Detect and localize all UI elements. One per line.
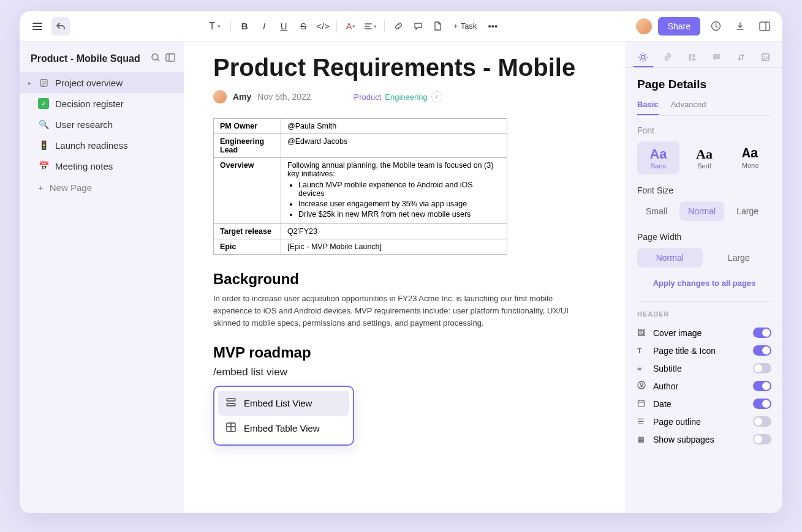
link-button[interactable] (390, 18, 407, 35)
document-body[interactable]: Product Requirements - Mobile Amy Nov 5t… (184, 42, 626, 513)
search-icon[interactable] (151, 53, 161, 65)
mvp-roadmap-heading: MVP roadmap (213, 344, 601, 361)
subtab-basic[interactable]: Basic (637, 100, 659, 115)
author-name: Amy (233, 92, 251, 102)
font-serif-option[interactable]: AaSerif (683, 141, 725, 174)
switch-cover-image[interactable] (753, 328, 771, 338)
svg-rect-3 (166, 54, 175, 61)
panel-tab-relations[interactable] (658, 48, 678, 67)
sidebar-item-label: Decision register (55, 99, 124, 109)
author-avatar (213, 90, 227, 103)
size-normal-option[interactable]: Normal (679, 201, 724, 221)
calendar-icon: 📅 (38, 160, 49, 171)
sidebar-item-launch-readiness[interactable]: 🚦 Launch readiness (20, 135, 184, 155)
undo-button[interactable] (51, 17, 70, 36)
panel-tab-image[interactable] (755, 48, 775, 67)
tag-product[interactable]: Product (354, 92, 382, 102)
text-style-dropdown[interactable]: T ▾ (204, 18, 225, 35)
text-icon: T (637, 346, 647, 355)
history-button[interactable] (706, 17, 725, 36)
info-table: PM Owner@Paula Smith Engineering Lead@Ed… (213, 118, 507, 255)
svg-rect-1 (760, 22, 770, 31)
font-size-label: Font Size (637, 185, 771, 195)
switch-show-subpages[interactable] (753, 434, 771, 444)
svg-rect-5 (227, 399, 235, 401)
traffic-light-icon: 🚦 (38, 140, 49, 151)
toggle-page-outline: ☰Page outline (637, 413, 771, 430)
toggle-show-subpages: ▦Show subpages (637, 430, 771, 448)
collapse-sidebar-icon[interactable] (165, 53, 175, 65)
italic-button[interactable]: I (255, 18, 273, 35)
subtab-advanced[interactable]: Advanced (671, 100, 706, 115)
tag-engineering[interactable]: Engineering (385, 92, 427, 102)
switch-author[interactable] (753, 381, 771, 391)
add-task-button[interactable]: +Task (448, 18, 482, 35)
more-button[interactable]: ••• (484, 18, 501, 35)
sidebar-item-meeting-notes[interactable]: 📅 Meeting notes (20, 155, 184, 176)
panel-tab-blocks[interactable] (683, 48, 702, 67)
switch-page-title[interactable] (753, 345, 771, 356)
subpages-icon: ▦ (637, 435, 647, 444)
toggle-page-title: TPage title & Icon (637, 342, 771, 359)
add-tag-button[interactable]: + (431, 91, 442, 102)
share-button[interactable]: Share (658, 17, 700, 36)
slash-command-menu: Embed List View Embed Table View (213, 386, 354, 446)
header-section-label: HEADER (637, 310, 771, 318)
text-color-button[interactable]: A▾ (342, 18, 359, 35)
font-mono-option[interactable]: AaMono (729, 141, 771, 174)
top-toolbar: T ▾ B I U S </> A▾ ▾ (20, 11, 782, 42)
sidebar-item-decision-register[interactable]: ✓ Decision register (20, 93, 184, 114)
page-icon (38, 77, 49, 88)
sidebar-item-user-research[interactable]: 🔍 User research (20, 114, 184, 135)
chevron-right-icon: ▸ (28, 80, 31, 86)
font-label: Font (637, 126, 771, 135)
background-text: In order to increase user acquisition op… (213, 293, 587, 329)
toggle-date: Date (637, 395, 771, 413)
toggle-author: Author (637, 377, 771, 395)
apply-all-link[interactable]: Apply changes to all pages (637, 279, 771, 288)
slash-command-text: /embed list view (213, 366, 601, 378)
person-icon (637, 381, 647, 391)
code-button[interactable]: </> (314, 18, 331, 35)
switch-subtitle[interactable] (753, 363, 771, 373)
bold-button[interactable]: B (236, 18, 253, 35)
font-sans-option[interactable]: AaSans (637, 141, 679, 174)
underline-button[interactable]: U (275, 18, 292, 35)
panel-toggle-button[interactable] (755, 17, 774, 36)
sidebar-item-project-overview[interactable]: ▸ Project overview (20, 72, 184, 93)
strikethrough-button[interactable]: S (295, 18, 312, 35)
subtitle-icon: ≡ (637, 364, 647, 373)
page-button[interactable] (429, 18, 446, 35)
download-button[interactable] (731, 17, 749, 36)
panel-tab-sort[interactable] (731, 48, 751, 67)
menu-button[interactable] (28, 17, 47, 36)
size-large-option[interactable]: Large (728, 201, 767, 221)
table-view-icon (225, 422, 236, 435)
panel-tab-settings[interactable] (634, 48, 653, 67)
user-avatar[interactable] (636, 18, 652, 34)
embed-table-view-option[interactable]: Embed Table View (218, 416, 349, 441)
svg-point-2 (152, 54, 158, 60)
panel-tab-comments[interactable] (706, 48, 726, 67)
right-panel: Page Details Basic Advanced Font AaSans … (626, 42, 782, 513)
svg-rect-6 (227, 403, 235, 406)
svg-point-8 (641, 55, 645, 59)
svg-rect-9 (689, 54, 691, 61)
width-large-option[interactable]: Large (706, 248, 772, 268)
switch-page-outline[interactable] (753, 416, 771, 427)
sidebar-item-label: Project overview (55, 78, 123, 88)
calendar-icon (637, 399, 647, 409)
sidebar-title: Product - Mobile Squad (31, 53, 140, 64)
width-normal-option[interactable]: Normal (637, 248, 703, 268)
background-heading: Background (213, 271, 601, 288)
comment-button[interactable] (409, 18, 426, 35)
list-view-icon (225, 397, 236, 410)
new-page-button[interactable]: + New Page (20, 176, 184, 198)
switch-date[interactable] (753, 399, 771, 409)
plus-icon: + (38, 182, 44, 193)
sidebar-item-label: User research (55, 119, 113, 130)
embed-list-view-option[interactable]: Embed List View (218, 391, 349, 416)
sidebar-item-label: Launch readiness (55, 140, 127, 151)
align-button[interactable]: ▾ (361, 18, 379, 35)
size-small-option[interactable]: Small (637, 201, 676, 221)
